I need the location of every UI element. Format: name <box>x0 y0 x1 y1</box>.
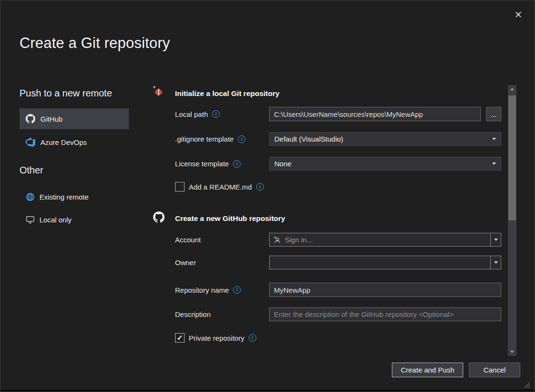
license-label-row: License template <box>175 157 241 171</box>
sidebar-item-github[interactable]: GitHub <box>19 108 129 129</box>
push-remote-heading: Push to a new remote <box>19 88 112 99</box>
license-dropdown[interactable]: None <box>269 157 501 171</box>
sidebar-item-label: Local only <box>39 216 72 224</box>
owner-label: Owner <box>175 258 196 267</box>
owner-dropdown-arrow[interactable] <box>490 256 501 269</box>
repo-name-label-row: Repository name <box>175 283 241 297</box>
gitignore-dropdown[interactable]: Default (VisualStudio) <box>269 132 501 146</box>
private-repo-label: Private repository <box>189 334 244 342</box>
page-title: Create a Git repository <box>19 35 170 52</box>
github-section-heading: Create a new GitHub repository <box>175 214 285 223</box>
gitignore-value: Default (VisualStudio) <box>274 135 343 143</box>
add-user-icon <box>273 236 282 244</box>
readme-label: Add a README.md <box>189 183 252 191</box>
sidebar-item-label: Azure DevOps <box>40 138 87 146</box>
create-git-repo-dialog: ✕ Create a Git repository Push to a new … <box>0 0 535 392</box>
license-value: None <box>274 160 292 168</box>
chevron-up-icon <box>510 88 514 90</box>
scrollbar[interactable] <box>508 85 516 356</box>
description-label-row: Description <box>175 307 211 321</box>
info-icon[interactable] <box>249 334 256 342</box>
owner-label-row: Owner <box>175 256 196 269</box>
init-section-heading: Initialize a local Git repository <box>175 89 280 98</box>
repo-name-label: Repository name <box>175 286 229 294</box>
globe-icon <box>26 192 35 201</box>
info-icon[interactable] <box>233 286 241 294</box>
scroll-up-button[interactable] <box>508 85 516 93</box>
info-icon[interactable] <box>238 135 245 143</box>
owner-combo[interactable] <box>269 256 501 269</box>
github-icon <box>26 114 35 124</box>
create-and-push-button[interactable]: Create and Push <box>392 363 463 377</box>
readme-row: Add a README.md <box>175 182 264 192</box>
chevron-down-icon <box>510 351 514 353</box>
private-repo-row: ✓ Private repository <box>175 333 256 343</box>
local-path-input[interactable] <box>269 107 481 121</box>
account-combo[interactable]: Sign in... <box>269 233 501 247</box>
repo-name-input[interactable] <box>269 283 501 297</box>
readme-checkbox[interactable] <box>175 182 185 191</box>
info-icon[interactable] <box>256 183 264 191</box>
cancel-button[interactable]: Cancel <box>469 363 520 377</box>
scrollbar-thumb[interactable] <box>508 96 516 220</box>
sidebar-item-local-only[interactable]: Local only <box>26 213 72 226</box>
description-input[interactable] <box>269 307 501 321</box>
azure-devops-icon <box>26 137 35 147</box>
sidebar-item-label: GitHub <box>40 115 63 123</box>
local-path-label-row: Local path <box>175 107 220 121</box>
github-icon <box>153 211 165 223</box>
chevron-down-icon <box>494 261 498 264</box>
chevron-down-icon <box>494 239 498 241</box>
info-icon[interactable] <box>233 160 241 168</box>
scroll-down-button[interactable] <box>508 348 516 356</box>
resize-grip[interactable] <box>524 382 530 388</box>
account-label: Account <box>175 236 201 244</box>
window-bottom-edge <box>0 390 535 392</box>
private-checkbox[interactable]: ✓ <box>175 333 185 343</box>
account-value: Sign in... <box>285 236 312 244</box>
browse-button[interactable]: ... <box>486 107 501 121</box>
computer-icon <box>26 215 35 224</box>
info-icon[interactable] <box>212 110 220 118</box>
chevron-down-icon <box>492 138 496 140</box>
account-dropdown-arrow[interactable] <box>490 233 501 246</box>
close-button[interactable]: ✕ <box>509 7 527 23</box>
local-path-label: Local path <box>175 110 208 118</box>
gitignore-label-row: .gitignore template <box>175 132 245 146</box>
sidebar-item-azure-devops[interactable]: Azure DevOps <box>19 132 129 153</box>
account-label-row: Account <box>175 233 201 247</box>
sidebar-item-existing-remote[interactable]: Existing remote <box>26 190 88 203</box>
other-heading: Other <box>19 165 43 176</box>
chevron-down-icon <box>492 163 496 165</box>
sidebar-item-label: Existing remote <box>39 193 88 201</box>
license-label: License template <box>175 160 229 168</box>
gitignore-label: .gitignore template <box>175 135 233 143</box>
description-label: Description <box>175 310 211 318</box>
new-repo-icon <box>152 85 165 98</box>
check-icon: ✓ <box>177 334 183 342</box>
